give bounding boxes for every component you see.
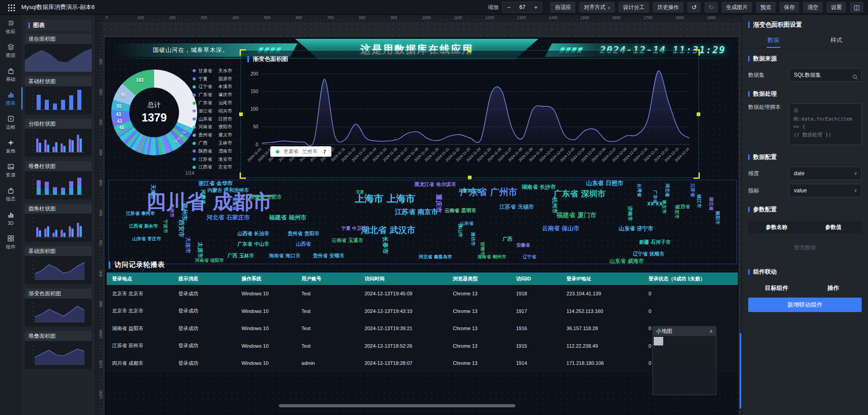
wordcloud-word[interactable]: 浙江省 — [231, 197, 238, 210]
wordcloud-word[interactable]: 辽宁省 抚顺市 — [633, 250, 665, 257]
wordcloud-word[interactable]: 福建省 福州市 — [269, 214, 307, 222]
wordcloud-word[interactable]: 湖北省 武汉市 — [361, 224, 415, 236]
table-row[interactable]: 湖南省 益阳市登录成功Windows 10Test2024-12-13T19:3… — [107, 320, 738, 337]
tab-data[interactable]: 数据 — [742, 33, 805, 48]
script-editor[interactable]: 示例:data.forEach(item => { // 数据处理 }) — [789, 103, 862, 145]
wordcloud-word[interactable]: 潍坊市 — [470, 232, 476, 246]
save-button[interactable]: 保存 — [779, 2, 799, 13]
legend-item[interactable]: 河南省濮阳市 — [193, 123, 241, 131]
wordcloud-word[interactable]: 福建省 厦门市 — [557, 211, 597, 219]
wordcloud-word[interactable]: 山西省 — [296, 240, 311, 247]
clear-button[interactable]: 清空 — [803, 2, 823, 13]
legend-item[interactable]: 辽宁省本溪市 — [193, 83, 241, 91]
wordcloud-word[interactable]: 台湾省 — [636, 183, 642, 197]
selection-handle[interactable] — [468, 49, 472, 52]
wordcloud-word[interactable]: 江苏省 泰州市 — [126, 210, 155, 217]
wordcloud-word[interactable]: 宁波市 — [162, 219, 169, 233]
sidebar-item-charts[interactable]: 图表 — [0, 87, 21, 111]
visit-log-table-component[interactable]: 访问记录轮播表 登录地点提示消息操作系统用户账号访问时间浏览器类型访问ID登录I… — [107, 258, 738, 372]
wordcloud-word[interactable]: 贵州省 贵阳市 — [288, 230, 319, 237]
wordcloud-word[interactable]: 安徽省 合肥市 — [250, 194, 282, 201]
wordcloud-word[interactable]: 江西省 新余市 — [129, 223, 158, 229]
wordcloud-word[interactable]: 西安市 — [177, 220, 185, 238]
left-panel-scrollbar[interactable] — [21, 87, 23, 110]
donut-chart-component[interactable]: 总计 1379 30282625244043435595183 甘肃省天水市宁夏… — [108, 63, 241, 177]
wordcloud-word[interactable]: 贵州省 安顺市 — [313, 252, 344, 259]
chart-card-grouped[interactable]: 分组柱状图 — [25, 119, 92, 157]
legend-item[interactable]: 宁夏固原市 — [193, 75, 241, 83]
chevron-up-icon[interactable]: ∧ — [709, 328, 713, 334]
history-button[interactable]: 历史操作 — [653, 2, 684, 13]
wordcloud-word[interactable]: 甘肃 — [356, 189, 364, 195]
wordcloud-word[interactable]: 浙江省 金华市 — [198, 180, 233, 187]
table-row[interactable]: 四川省 成都市登录成功Windows 10admin2024-12-13T18:… — [107, 354, 738, 372]
wordcloud-word[interactable]: 崇左市 — [661, 200, 667, 214]
wordcloud-word[interactable]: 河北省 — [664, 183, 670, 197]
app-grid-icon[interactable] — [8, 5, 9, 6]
sidebar-item-collapse[interactable]: 收起 — [0, 15, 21, 39]
wordcloud-word[interactable]: 河北省 石家庄市 — [207, 214, 250, 222]
chart-card-thumbnail[interactable] — [25, 129, 92, 157]
wordcloud-word[interactable]: 山西省 长治市 — [237, 230, 269, 237]
table-row[interactable]: 北京市 北京市登录成功Windows 10Test2024-12-13T19:4… — [107, 285, 738, 303]
legend-item[interactable]: 广东省肇庆市 — [193, 91, 241, 99]
wordcloud-word[interactable]: 广东省 中山市 — [237, 240, 269, 247]
chart-card-bars[interactable]: 基础柱状图 — [25, 76, 92, 114]
sidebar-item-scada[interactable]: 组态 — [0, 182, 21, 206]
zoom-stepper[interactable]: − 67 + — [502, 2, 542, 13]
undo-button[interactable]: ↺ — [687, 2, 701, 13]
chart-card-thumbnail[interactable] — [25, 214, 92, 242]
settings-button[interactable]: 设置 — [826, 2, 846, 13]
legend-item[interactable]: 广西玉林市 — [193, 139, 241, 147]
selection-handle[interactable] — [468, 176, 472, 179]
chart-card-rounded[interactable]: 圆角柱状图 — [25, 204, 92, 242]
chart-card-thumbnail[interactable] — [25, 341, 92, 369]
fit-button[interactable]: 自适应 — [550, 2, 576, 13]
wordcloud-word[interactable]: 黑龙江省 哈尔滨市 — [415, 181, 456, 188]
chart-card-thumbnail[interactable] — [25, 86, 92, 114]
sidebar-item-decorations[interactable]: 装饰 — [0, 135, 21, 159]
selection-corner[interactable] — [693, 49, 700, 56]
legend-item[interactable]: 江苏省淮安市 — [193, 155, 241, 163]
wordcloud-word[interactable]: 江苏省 南京市 — [395, 208, 438, 216]
generate-image-button[interactable]: 生成图片 — [722, 2, 752, 13]
wordcloud-word[interactable]: 云南省 保山市 — [542, 224, 580, 233]
chart-card-thumbnail[interactable] — [25, 256, 92, 284]
minimap-viewport-box[interactable] — [654, 337, 663, 345]
metric-select[interactable]: value ∨ — [789, 184, 862, 197]
wordcloud-word[interactable]: 宁夏 中卫市 — [342, 225, 366, 232]
legend-item[interactable]: 广东省汕尾市 — [193, 99, 241, 107]
legend-item[interactable]: 甘肃省天水市 — [193, 67, 241, 75]
legend-item[interactable]: 浙江省绍兴市 — [193, 107, 241, 115]
selection-corner[interactable] — [240, 173, 246, 179]
design-canvas[interactable]: 0100200300400500600700800900100011001200… — [96, 15, 741, 415]
sidebar-item-3d[interactable]: 3D — [0, 206, 21, 230]
wordcloud-word[interactable]: 广西 — [502, 235, 512, 242]
selection-handle[interactable] — [697, 112, 700, 116]
chart-card-stacked[interactable]: 堆叠柱状图 — [25, 161, 92, 199]
wordcloud-word[interactable]: 山东省 日照市 — [586, 180, 623, 187]
dimension-select[interactable]: date ∨ — [789, 167, 862, 180]
wordcloud-word[interactable]: 重庆市 — [434, 194, 443, 213]
wordcloud-word[interactable]: 杭州市 — [551, 197, 558, 214]
sidebar-item-layers[interactable]: 图层 — [0, 39, 21, 63]
sidebar-item-resources[interactable]: 资源 — [0, 159, 21, 182]
sidebar-item-basic[interactable]: 基础 — [0, 63, 21, 87]
wordcloud-word[interactable]: 新疆 石河子市 — [639, 238, 671, 245]
wordcloud-word[interactable]: 湖南省 长沙市 — [522, 183, 556, 191]
align-button[interactable]: 对齐方式∨ — [579, 2, 615, 13]
selection-corner[interactable] — [693, 173, 700, 179]
wordcloud-word[interactable]: 云南省 昆明市 — [444, 207, 476, 214]
chart-card-line-area[interactable]: 渐变色面积图 — [25, 289, 92, 326]
wordcloud-word[interactable]: 云南省 玉溪市 — [332, 237, 363, 244]
wordcloud-word[interactable]: 襄阳市 — [714, 211, 721, 224]
wordcloud-word[interactable]: 天津市 — [150, 184, 156, 199]
zoom-out-button[interactable]: − — [503, 2, 514, 12]
dataset-select[interactable]: SQL数据集 — [789, 68, 862, 82]
chart-card-line-area[interactable]: 基础面积图 — [25, 246, 92, 284]
wordcloud-component[interactable]: 四川省 成都市上海市 上海市广东省 广州市广东省 深圳市湖北省 武汉市江苏省 南… — [108, 180, 737, 264]
selection-corner[interactable] — [240, 49, 246, 56]
wordcloud-word[interactable]: 江苏省 无锡市 — [500, 203, 534, 211]
design-split-button[interactable]: 设计分工 — [618, 2, 649, 13]
wordcloud-word[interactable]: 安徽省 — [516, 242, 530, 248]
